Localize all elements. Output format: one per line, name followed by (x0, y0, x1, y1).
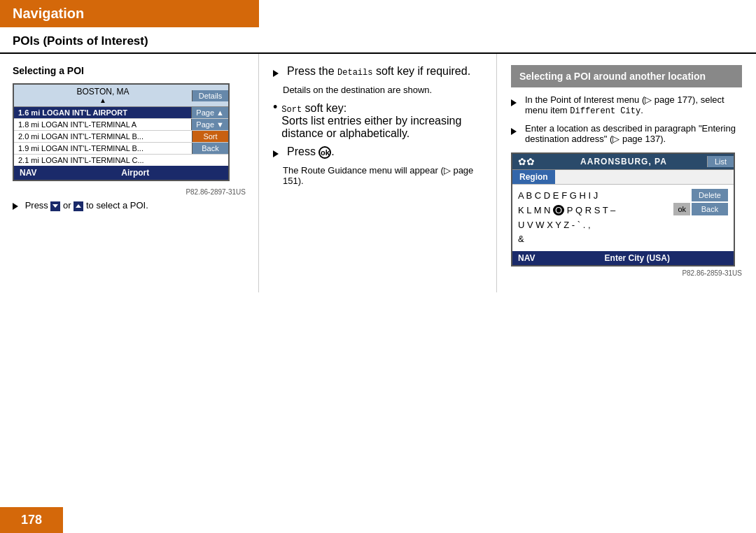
poi-screen-2: ✿✿ AARONSBURG, PA List Region A B C D E … (511, 152, 735, 266)
back-button-2[interactable]: Back (692, 203, 728, 215)
poi-footer: NAV Airport (14, 166, 228, 180)
bullet-arrow-4-icon (511, 125, 521, 137)
middle-column: Press the Details soft key if required. … (259, 54, 497, 292)
right-instruction-1: In the Point of Interest menu (▷ page 17… (511, 94, 742, 116)
table-row: 1.9 mi LOGAN INT'L-TERMINAL B... Back (14, 143, 228, 155)
table-row: 1.8 mi LOGAN INT'L-TERMINAL A Page ▼ (14, 119, 228, 131)
poi2-side-buttons: Delete ok Back (673, 189, 728, 247)
poi-around-header: Selecting a POI around another location (511, 65, 742, 87)
table-row: 1.6 mi LOGAN INT'L AIRPORT Page ▲ (14, 107, 228, 119)
right-instruction-2: Enter a location as described in paragra… (511, 123, 742, 144)
page-number: 178 (0, 507, 63, 533)
part-number-left: P82.86-2897-31US (13, 188, 246, 196)
arrow-icon (273, 70, 279, 77)
region-button[interactable]: Region (512, 170, 555, 184)
poi2-footer: NAV Enter City (USA) (512, 251, 734, 265)
list-button[interactable]: List (707, 156, 734, 167)
poi2-region-row: Region (512, 170, 734, 185)
bullet-arrow-3-icon (511, 96, 521, 108)
keyboard-highlight: O (553, 205, 564, 215)
back-button[interactable]: Back (192, 143, 228, 154)
route-guidance-text: The Route Guidance menu will appear (▷ p… (283, 165, 482, 186)
details-button[interactable]: Details (192, 90, 228, 101)
poi-footer-nav: NAV (14, 166, 42, 180)
poi-row-4: 1.9 mi LOGAN INT'L-TERMINAL B... (14, 143, 192, 154)
arrow-bullet-icon (13, 203, 18, 210)
bullet-arrow-icon (273, 66, 283, 79)
bullet-arrow-2-icon (273, 147, 283, 159)
main-content: Selecting a POI BOSTON, MA ▲ Details 1.6… (0, 54, 756, 292)
poi2-keys: A B C D E F G H I J K L M N O P Q R S T … (518, 189, 673, 247)
poi-screen-header-row: BOSTON, MA ▲ Details (14, 85, 228, 107)
table-row: 2.1 mi LOGAN INT'L-TERMINAL C... (14, 155, 228, 166)
arrow-4-icon (511, 128, 517, 135)
poi-footer-place: Airport (42, 166, 228, 180)
page-up-button[interactable]: Page ▲ (191, 107, 228, 118)
sort-code: Sort (281, 105, 302, 115)
sort-instruction: • Sort soft key: Sorts list entries eith… (273, 102, 482, 140)
poi-screen: BOSTON, MA ▲ Details 1.6 mi LOGAN INT'L … (13, 83, 230, 181)
poi2-footer-nav: NAV (512, 251, 540, 265)
arrow-3-icon (511, 99, 517, 106)
poi-row-2: 1.8 mi LOGAN INT'L-TERMINAL A (14, 119, 191, 130)
arrow-2-icon (273, 150, 279, 157)
page-down-button[interactable]: Page ▼ (191, 119, 228, 130)
left-subsection-title: Selecting a POI (13, 65, 246, 76)
up-arrow-icon (74, 201, 83, 211)
select-poi-instruction: Press or to select a POI. (13, 200, 246, 211)
poi-row-selected: 1.6 mi LOGAN INT'L AIRPORT (14, 107, 191, 118)
details-code: Details (337, 68, 372, 78)
poi-row-3: 2.0 mi LOGAN INT'L-TERMINAL B... (14, 131, 192, 142)
down-arrow-icon (50, 201, 60, 211)
poi-row-5: 2.1 mi LOGAN INT'L-TERMINAL C... (14, 155, 192, 166)
ok-button[interactable]: ok (673, 203, 690, 215)
poi2-header-row: ✿✿ AARONSBURG, PA List (512, 154, 734, 170)
poi2-footer-city: Enter City (USA) (540, 251, 734, 265)
sort-button[interactable]: Sort (192, 131, 228, 142)
page-title: Navigation (13, 6, 84, 21)
poi2-city: AARONSBURG, PA (540, 155, 707, 169)
table-row: 2.0 mi LOGAN INT'L-TERMINAL B... Sort (14, 131, 228, 143)
different-city-code: Different City (570, 106, 640, 116)
delete-button[interactable]: Delete (692, 189, 728, 201)
details-instruction: Press the Details soft key if required. (273, 65, 482, 79)
left-column: Selecting a POI BOSTON, MA ▲ Details 1.6… (0, 54, 259, 292)
poi2-keyboard: A B C D E F G H I J K L M N O P Q R S T … (512, 185, 734, 251)
details-shown-text: Details on the destination are shown. (283, 85, 482, 95)
poi2-header-icon: ✿✿ (512, 154, 540, 169)
header-bar: Navigation (0, 0, 259, 27)
part-number-right: P82.86-2859-31US (511, 269, 742, 277)
page: Navigation POIs (Points of Interest) Sel… (0, 0, 756, 292)
press-ok-instruction: Press ok. (273, 145, 482, 159)
poi-city: BOSTON, MA ▲ (14, 85, 192, 106)
ok-circle-icon: ok (318, 146, 331, 159)
right-column: Selecting a POI around another location … (497, 54, 756, 292)
section-title: POIs (Points of Interest) (0, 27, 259, 54)
